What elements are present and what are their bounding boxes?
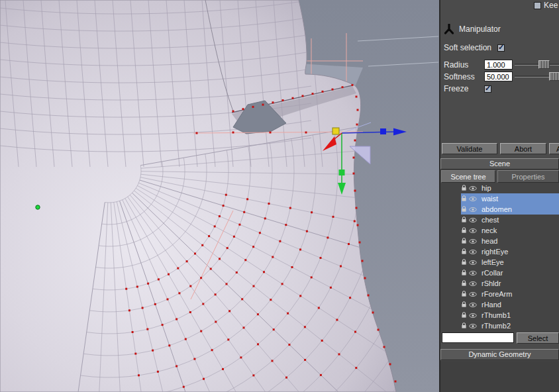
tree-item-label: rForeArm — [482, 290, 512, 298]
panel-bottom-area — [440, 361, 559, 392]
tree-item-label: rThumb2 — [482, 322, 511, 330]
tree-row[interactable]: abdomen — [440, 204, 559, 215]
eye-icon[interactable] — [469, 323, 477, 329]
eye-icon[interactable] — [469, 313, 477, 318]
radius-slider[interactable] — [515, 60, 559, 70]
eye-icon[interactable] — [469, 260, 477, 266]
freeze-row: Freeze — [444, 84, 491, 93]
keep-label: Kee — [544, 1, 558, 10]
tree-item-label: rHand — [482, 301, 501, 309]
tree-indent — [440, 257, 461, 268]
eye-icon[interactable] — [469, 217, 477, 223]
eye-icon[interactable] — [469, 281, 477, 287]
tree-indent — [440, 246, 461, 257]
tree-row[interactable]: neck — [440, 225, 559, 236]
tree-indent — [440, 204, 461, 215]
tree-row[interactable]: rHand — [440, 299, 559, 310]
tree-item-label: rightEye — [482, 248, 508, 256]
tree-indent — [440, 289, 461, 299]
tab-scene-tree[interactable]: Scene tree — [441, 170, 495, 183]
freeze-label: Freeze — [444, 84, 478, 93]
tree-row[interactable]: chest — [440, 215, 559, 225]
eye-icon[interactable] — [469, 207, 477, 213]
lock-icon[interactable] — [461, 312, 467, 318]
select-row: Select — [442, 332, 559, 344]
lock-icon[interactable] — [461, 270, 467, 276]
eye-icon[interactable] — [469, 270, 477, 276]
lock-icon[interactable] — [461, 206, 467, 213]
scene-tabs: Scene tree Properties — [441, 170, 559, 183]
dynamic-geometry-header[interactable]: Dynamic Geometry — [440, 349, 559, 360]
tree-item-label: rCollar — [482, 269, 503, 277]
freeze-checkbox[interactable] — [484, 85, 491, 93]
lock-icon[interactable] — [461, 238, 467, 244]
tree-item-label: neck — [482, 226, 497, 234]
scene-tree-list: hip — [440, 183, 559, 332]
tree-item-label: leftEye — [482, 258, 504, 266]
softness-slider[interactable] — [515, 72, 559, 81]
eye-icon[interactable] — [469, 249, 477, 255]
lock-icon[interactable] — [461, 291, 467, 297]
manipulator-icon — [444, 24, 454, 34]
lock-icon[interactable] — [461, 217, 467, 223]
lock-icon[interactable] — [461, 259, 467, 266]
tree-item-label: hip — [482, 184, 491, 192]
tree-indent — [440, 236, 461, 246]
tree-indent — [440, 310, 461, 320]
lock-icon[interactable] — [461, 227, 467, 234]
soft-selection-row: Soft selection — [444, 43, 505, 52]
eye-icon[interactable] — [469, 238, 477, 244]
lock-icon[interactable] — [461, 195, 467, 202]
eye-icon[interactable] — [469, 185, 477, 191]
softness-input[interactable] — [484, 72, 513, 81]
lock-icon[interactable] — [461, 280, 467, 287]
scene-panel-header[interactable]: Scene — [440, 158, 559, 170]
right-panel: Kee Manipulator Soft selection Radius So… — [439, 0, 559, 392]
tab-properties[interactable]: Properties — [497, 170, 559, 183]
radius-row: Radius — [440, 60, 559, 70]
tree-row[interactable]: rThumb1 — [440, 310, 559, 320]
tree-row[interactable]: hip — [440, 183, 559, 193]
tree-row[interactable]: head — [440, 236, 559, 246]
soft-selection-label: Soft selection — [444, 43, 491, 52]
tree-row[interactable]: leftEye — [440, 257, 559, 268]
keep-checkbox[interactable] — [534, 2, 541, 9]
manipulator-title: Manipulator — [459, 24, 501, 34]
tree-row[interactable]: rForeArm — [440, 289, 559, 299]
tree-indent — [440, 268, 461, 278]
eye-icon[interactable] — [469, 228, 477, 234]
viewport-3d[interactable] — [0, 0, 439, 392]
radius-input[interactable] — [484, 60, 513, 70]
lock-icon[interactable] — [461, 322, 467, 329]
abort-button[interactable]: Abort — [500, 143, 546, 154]
lock-icon[interactable] — [461, 248, 467, 255]
tree-row[interactable]: rightEye — [440, 246, 559, 257]
radius-slider-track — [515, 64, 559, 66]
eye-icon[interactable] — [469, 291, 477, 297]
tree-item-label: head — [482, 237, 497, 245]
lock-icon[interactable] — [461, 301, 467, 308]
tree-row[interactable]: waist — [440, 193, 559, 204]
tree-item-label: waist — [482, 195, 498, 203]
select-button[interactable]: Select — [517, 332, 559, 344]
action-buttons: Validate Abort A — [442, 143, 559, 154]
softness-slider-handle[interactable] — [549, 72, 559, 81]
eye-icon[interactable] — [469, 302, 477, 308]
tree-indent — [440, 183, 461, 193]
apply-button[interactable]: A — [549, 143, 559, 154]
tree-row[interactable]: rShldr — [440, 278, 559, 289]
search-input[interactable] — [442, 332, 514, 343]
tree-row[interactable]: rCollar — [440, 268, 559, 278]
softness-row: Softness — [440, 72, 559, 81]
tree-indent — [440, 278, 461, 289]
tree-item-label: abdomen — [482, 205, 512, 213]
eye-icon[interactable] — [469, 196, 477, 202]
soft-selection-checkbox[interactable] — [497, 44, 505, 52]
app-window: Kee Manipulator Soft selection Radius So… — [0, 0, 559, 392]
lock-icon[interactable] — [461, 185, 467, 191]
keep-row: Kee — [534, 1, 558, 10]
tree-row[interactable]: rThumb2 — [440, 320, 559, 331]
tree-indent — [440, 320, 461, 331]
validate-button[interactable]: Validate — [442, 143, 497, 154]
radius-slider-handle[interactable] — [538, 60, 550, 69]
